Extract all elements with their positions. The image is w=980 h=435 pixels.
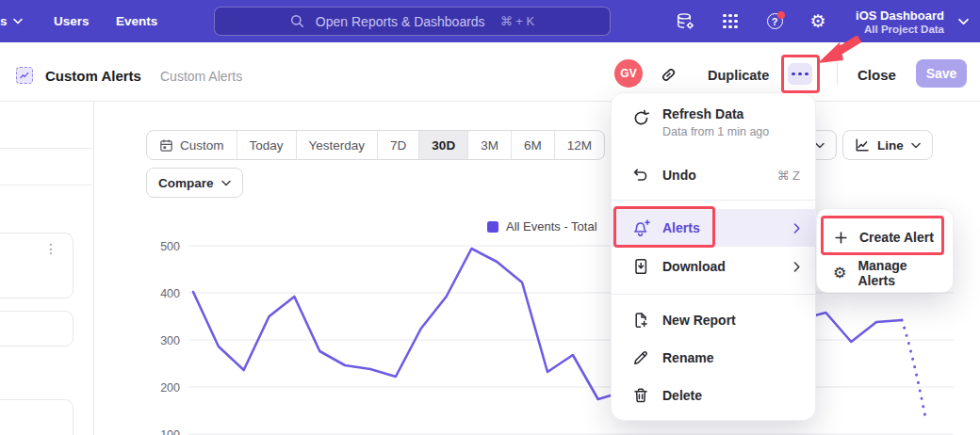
database-gear-icon: [676, 12, 695, 30]
data-management-button[interactable]: [669, 0, 701, 42]
sidebar-card[interactable]: ⋮: [0, 233, 74, 298]
avatar[interactable]: GV: [614, 59, 643, 88]
settings-button[interactable]: ⚙: [802, 0, 834, 42]
apps-grid-button[interactable]: [714, 0, 746, 42]
divider: [837, 62, 838, 85]
nav-item-users[interactable]: Users: [54, 0, 90, 42]
chevron-down-icon: [13, 18, 23, 24]
menu-item-label: Download: [662, 259, 726, 274]
nav-label: Events: [116, 14, 157, 28]
menu-item-label: Rename: [662, 350, 713, 365]
range-3m[interactable]: 3M: [468, 131, 512, 159]
refresh-icon: [631, 106, 650, 138]
divider: [612, 294, 815, 295]
divider: [0, 148, 92, 149]
submenu-item-label: Manage Alerts: [858, 258, 939, 288]
search-icon: [290, 14, 304, 28]
kebab-menu-icon[interactable]: ⋮: [44, 241, 57, 256]
menu-item-download[interactable]: Download: [612, 248, 815, 285]
menu-item-alerts[interactable]: Alerts: [612, 209, 815, 247]
menu-item-refresh-data[interactable]: Refresh Data Data from 1 min ago: [612, 101, 815, 138]
legend-label: All Events - Total: [506, 219, 597, 234]
submenu-item-label: Create Alert: [859, 230, 934, 245]
range-12m[interactable]: 12M: [555, 131, 604, 159]
menu-item-label: Undo: [662, 168, 696, 183]
divider: [612, 200, 815, 201]
sidebar-card[interactable]: [0, 399, 74, 435]
svg-text:500: 500: [160, 240, 180, 253]
nav-item-events[interactable]: Events: [116, 0, 157, 42]
project-selector[interactable]: iOS Dashboard All Project Data: [856, 0, 944, 42]
search-input[interactable]: Open Reports & Dashboards ⌘ + K: [214, 7, 611, 36]
topbar: s Users Events Open Reports & Dashboards…: [0, 0, 980, 42]
save-button[interactable]: Save: [916, 59, 967, 88]
more-options-button[interactable]: [788, 63, 812, 85]
range-custom[interactable]: Custom: [147, 131, 237, 159]
chevron-down-icon: [911, 142, 921, 149]
help-button[interactable]: ?: [759, 0, 791, 42]
calendar-icon: [159, 138, 173, 153]
range-7d[interactable]: 7D: [378, 131, 419, 159]
nav-label: s: [0, 14, 8, 28]
refresh-subtext: Data from 1 min ago: [662, 125, 769, 138]
alerts-submenu: Create Alert ⚙ Manage Alerts: [816, 208, 954, 293]
shortcut-hint: ⌘ Z: [776, 169, 800, 183]
menu-item-undo[interactable]: Undo ⌘ Z: [612, 156, 815, 194]
search-placeholder: Open Reports & Dashboards: [316, 14, 485, 29]
breadcrumb: Custom Alerts: [160, 69, 242, 84]
range-today[interactable]: Today: [237, 131, 297, 159]
menu-item-new-report[interactable]: New Report: [612, 301, 815, 339]
range-label: Custom: [180, 138, 224, 153]
project-name: iOS Dashboard: [856, 8, 944, 23]
new-report-icon: [631, 312, 650, 329]
menu-item-delete[interactable]: Delete: [612, 377, 815, 414]
project-scope: All Project Data: [864, 24, 944, 35]
app-window: 500400300200100 All Events - Total s Use…: [0, 0, 980, 435]
chevron-down-icon: [958, 18, 969, 25]
menu-item-label: Refresh Data: [662, 106, 769, 121]
menu-item-label: Alerts: [662, 220, 700, 235]
compare-button[interactable]: Compare: [146, 168, 243, 198]
svg-text:300: 300: [160, 334, 180, 347]
page-title: Custom Alerts: [45, 68, 141, 84]
nav-label: Users: [54, 14, 90, 28]
submenu-item-manage-alerts[interactable]: ⚙ Manage Alerts: [817, 255, 953, 291]
nav-item-truncated[interactable]: s: [0, 0, 23, 42]
range-yesterday[interactable]: Yesterday: [297, 131, 379, 159]
chart-type-button[interactable]: Line: [842, 130, 933, 160]
alert-bell-icon: [631, 219, 650, 236]
gear-icon: ⚙: [809, 12, 825, 30]
download-icon: [631, 258, 650, 275]
menu-item-label: Delete: [662, 388, 702, 403]
more-horizontal-icon: [792, 72, 795, 76]
menu-item-label: New Report: [662, 313, 736, 328]
help-glyph: ?: [772, 16, 778, 27]
grid-icon: [723, 14, 738, 29]
copy-link-button[interactable]: [660, 66, 678, 84]
report-header: [0, 42, 980, 102]
sidebar-card[interactable]: [0, 311, 74, 346]
undo-icon: [631, 167, 650, 184]
range-30d-selected[interactable]: 30D: [419, 131, 468, 159]
chevron-down-icon: [221, 180, 231, 186]
submenu-item-create-alert[interactable]: Create Alert: [817, 219, 953, 255]
chart-type-label: Line: [877, 138, 904, 153]
report-icon: [16, 67, 33, 84]
legend-swatch: [487, 221, 498, 233]
chevron-right-icon: [793, 262, 800, 272]
chart-legend: All Events - Total: [487, 219, 597, 234]
svg-text:100: 100: [160, 428, 180, 435]
gear-icon: ⚙: [832, 266, 847, 281]
trash-icon: [631, 387, 650, 404]
pencil-icon: [631, 349, 650, 366]
chevron-right-icon: [793, 223, 800, 234]
close-button[interactable]: Close: [858, 67, 896, 83]
compare-label: Compare: [158, 176, 214, 190]
menu-item-rename[interactable]: Rename: [612, 339, 815, 377]
range-6m[interactable]: 6M: [512, 131, 555, 159]
date-range-control: Custom Today Yesterday 7D 30D 3M 6M 12M: [146, 130, 605, 160]
report-options-menu: Refresh Data Data from 1 min ago Undo ⌘ …: [611, 92, 816, 421]
divider: [0, 185, 92, 185]
line-chart-icon: [855, 137, 870, 153]
duplicate-button[interactable]: Duplicate: [708, 68, 769, 83]
